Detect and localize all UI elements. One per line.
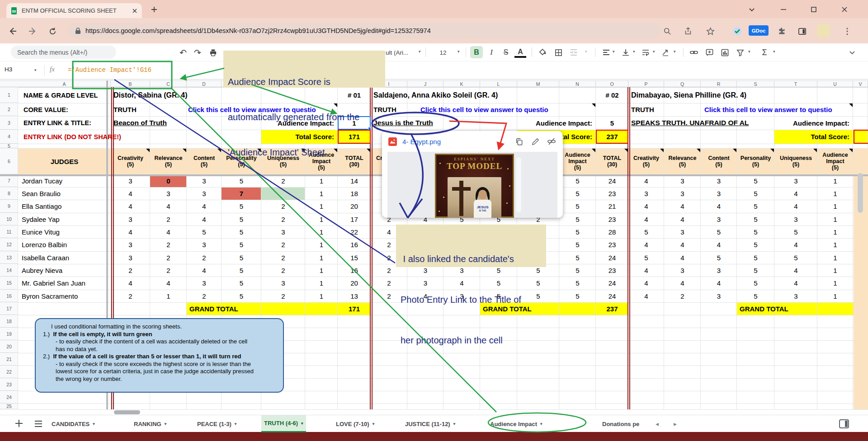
score-cell[interactable]: 2: [187, 251, 222, 264]
core-value[interactable]: TRUTH: [373, 103, 428, 116]
score-cell[interactable]: 23: [596, 187, 628, 200]
criteria-header[interactable]: Content (5): [701, 148, 737, 174]
row-header-16[interactable]: 16: [0, 290, 18, 302]
score-cell[interactable]: 3: [150, 187, 187, 200]
copy-icon[interactable]: [514, 136, 524, 146]
column-header-Q[interactable]: Q: [664, 81, 701, 87]
row-header-24[interactable]: 24: [0, 391, 18, 403]
column-header-D[interactable]: D: [187, 81, 222, 87]
score-cell[interactable]: 13: [338, 290, 371, 302]
tab-donations[interactable]: Donations pe: [599, 415, 646, 432]
score-cell[interactable]: 5: [628, 251, 664, 264]
column-header-B[interactable]: B: [111, 81, 150, 87]
score-cell[interactable]: 1: [305, 238, 338, 251]
tab-love[interactable]: LOVE (7-10)▾: [333, 415, 377, 432]
score-cell[interactable]: 3: [701, 174, 737, 187]
criteria-header[interactable]: Content (5): [187, 148, 222, 174]
score-cell[interactable]: 4: [628, 277, 664, 290]
criteria-header[interactable]: Creativity (5): [628, 148, 664, 174]
judge-name[interactable]: Isabella Caraan: [22, 251, 108, 264]
score-cell[interactable]: 3: [111, 251, 150, 264]
candidate-name[interactable]: Dimabayao, Siena Philline (GR. 4): [631, 87, 868, 103]
score-cell[interactable]: 5: [222, 225, 261, 238]
judge-name[interactable]: Eunice Vitug: [22, 225, 108, 238]
score-cell[interactable]: 5: [222, 277, 261, 290]
criteria-header[interactable]: Relevance (5): [150, 148, 187, 174]
score-cell[interactable]: 2: [261, 213, 305, 225]
score-cell[interactable]: 2: [111, 290, 150, 302]
row-header-13[interactable]: 13: [0, 251, 18, 264]
column-header-C[interactable]: C: [150, 81, 187, 87]
grand-total-value[interactable]: 237: [596, 302, 628, 315]
tab-justice[interactable]: JUSTICE (11-12)▾: [402, 415, 458, 432]
score-cell[interactable]: 5: [559, 290, 596, 302]
score-cell[interactable]: 4: [111, 200, 150, 213]
tab-scroll-right-icon[interactable]: ▸: [674, 420, 677, 427]
score-cell[interactable]: 28: [596, 225, 628, 238]
score-cell[interactable]: 4: [664, 200, 701, 213]
score-cell[interactable]: 4: [150, 277, 187, 290]
score-cell[interactable]: 5: [559, 238, 596, 251]
score-cell[interactable]: 3: [628, 187, 664, 200]
score-cell[interactable]: 23: [596, 238, 628, 251]
column-header-M[interactable]: M: [517, 81, 559, 87]
score-cell[interactable]: 24: [596, 277, 628, 290]
score-cell[interactable]: 5: [222, 290, 261, 302]
judge-name[interactable]: Byron Sacramento: [22, 290, 108, 302]
score-cell[interactable]: 1: [817, 277, 853, 290]
score-cell[interactable]: 1: [305, 200, 338, 213]
horizontal-scrollbar-thumb[interactable]: [114, 410, 140, 414]
edit-pencil-icon[interactable]: [530, 136, 540, 146]
tab-truth-active[interactable]: TRUTH (4-6)▾: [261, 415, 306, 432]
score-cell[interactable]: 1: [817, 251, 853, 264]
score-cell[interactable]: 5: [737, 200, 774, 213]
score-cell[interactable]: 5: [774, 225, 817, 238]
score-cell[interactable]: 4: [774, 277, 817, 290]
judge-name[interactable]: Ella Santiago: [22, 200, 108, 213]
judge-name[interactable]: Sydalee Yap: [22, 213, 108, 225]
score-cell[interactable]: 1: [305, 264, 338, 277]
score-cell[interactable]: 4: [701, 277, 737, 290]
score-cell[interactable]: 5: [737, 277, 774, 290]
score-cell[interactable]: 3: [774, 174, 817, 187]
tab-peace[interactable]: PEACE (1-3)▾: [194, 415, 239, 432]
score-cell[interactable]: 5: [737, 174, 774, 187]
tab-scroll-left-icon[interactable]: ◂: [656, 420, 659, 427]
judge-name[interactable]: Sean Braulio: [22, 187, 108, 200]
score-cell[interactable]: 16: [338, 264, 371, 277]
core-value[interactable]: TRUTH: [113, 103, 168, 116]
score-cell[interactable]: 5: [737, 238, 774, 251]
score-cell[interactable]: 5: [559, 225, 596, 238]
row-header-22[interactable]: 22: [0, 366, 18, 378]
score-cell[interactable]: 3: [111, 238, 150, 251]
score-cell[interactable]: 4: [774, 264, 817, 277]
criteria-header[interactable]: Creativity (5): [111, 148, 150, 174]
row-header-8[interactable]: 8: [0, 187, 18, 200]
criteria-header[interactable]: TOTAL (30): [596, 148, 628, 174]
score-cell[interactable]: 4: [628, 238, 664, 251]
score-cell[interactable]: 7: [222, 187, 261, 200]
all-sheets-icon[interactable]: [34, 420, 42, 428]
score-cell[interactable]: 5: [737, 264, 774, 277]
score-cell[interactable]: 2: [150, 238, 187, 251]
score-cell[interactable]: 23: [596, 213, 628, 225]
judge-name[interactable]: Jordan Tucay: [22, 174, 108, 187]
score-cell[interactable]: 1: [817, 238, 853, 251]
score-cell[interactable]: 3: [261, 277, 305, 290]
score-cell[interactable]: 4: [701, 238, 737, 251]
score-cell[interactable]: 4: [187, 264, 222, 277]
criteria-header[interactable]: Audience Impact (5): [559, 148, 596, 174]
score-cell[interactable]: 5: [559, 187, 596, 200]
score-cell[interactable]: 20: [338, 277, 371, 290]
score-cell[interactable]: 4: [187, 200, 222, 213]
score-cell[interactable]: 5: [774, 251, 817, 264]
score-cell[interactable]: 4: [701, 200, 737, 213]
score-cell[interactable]: 3: [701, 213, 737, 225]
vertical-scrollbar-thumb[interactable]: [858, 173, 863, 213]
score-cell[interactable]: 1: [817, 200, 853, 213]
column-header-O[interactable]: O: [596, 81, 628, 87]
score-cell[interactable]: 5: [559, 264, 596, 277]
criteria-header[interactable]: Personality (5): [737, 148, 774, 174]
score-cell[interactable]: 4: [111, 187, 150, 200]
grand-total-value[interactable]: 171: [338, 302, 371, 315]
